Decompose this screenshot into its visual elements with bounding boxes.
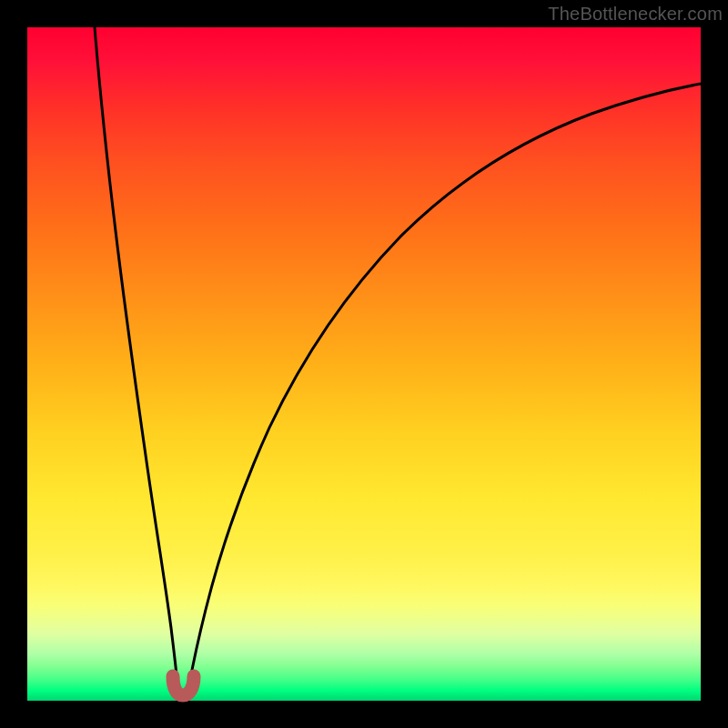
curve-left-branch bbox=[95, 27, 177, 684]
bottleneck-curve bbox=[27, 27, 701, 701]
curve-right-branch bbox=[189, 84, 701, 684]
watermark-label: TheBottlenecker.com bbox=[548, 4, 723, 25]
chart-frame: TheBottlenecker.com bbox=[0, 0, 728, 728]
plot-area bbox=[27, 27, 701, 701]
minimum-marker bbox=[173, 676, 194, 695]
